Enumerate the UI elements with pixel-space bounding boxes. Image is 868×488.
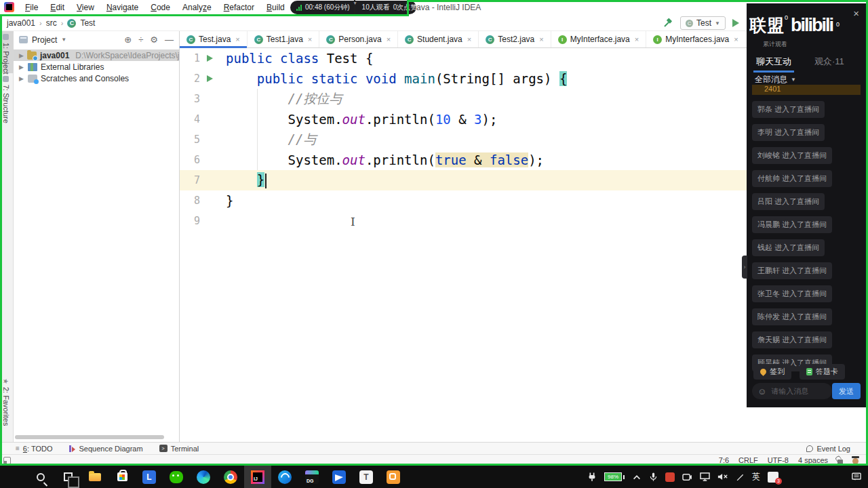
code-text: System.out.println(true & false); bbox=[226, 152, 544, 167]
taskbar-intellij-idea-icon[interactable] bbox=[244, 466, 271, 488]
breadcrumb-item-java001[interactable]: java001 bbox=[7, 18, 35, 28]
taskbar-blue-swirl-app-icon[interactable] bbox=[271, 466, 298, 488]
tray-power-plug-icon[interactable] bbox=[587, 472, 597, 482]
chat-message: 吕阳 进入了直播间 bbox=[752, 193, 825, 210]
taskbar-wechat-icon[interactable] bbox=[163, 466, 190, 488]
chevron-down-icon[interactable]: ▾ bbox=[354, 0, 355, 15]
chevron-right-icon[interactable]: ▶ bbox=[19, 52, 24, 59]
stripe-item-favorites[interactable]: ★2: Favorites bbox=[2, 378, 10, 426]
tray-badge-app-icon[interactable]: 3 bbox=[768, 472, 778, 483]
tab-student.java[interactable]: CStudent.java× bbox=[398, 31, 479, 47]
horizontal-scrollbar[interactable] bbox=[15, 435, 164, 439]
menu-item-analyze[interactable]: Analyze bbox=[176, 0, 218, 15]
taskbar-task-view-icon[interactable] bbox=[54, 466, 81, 488]
tree-item-java001[interactable]: ▶java001D:\WorkSpace\IdeaProjects\java00 bbox=[14, 49, 179, 61]
run-line-icon[interactable] bbox=[207, 75, 213, 82]
menu-item-view[interactable]: View bbox=[71, 0, 100, 15]
tab-myinterface.java[interactable]: IMyInterface.java× bbox=[551, 31, 646, 47]
locate-file-icon[interactable]: ⊕ bbox=[124, 35, 132, 45]
chevron-right-icon[interactable]: ▶ bbox=[19, 75, 24, 82]
tray-display-icon[interactable] bbox=[700, 472, 710, 481]
breadcrumb-item-src[interactable]: src bbox=[46, 18, 57, 28]
tree-item-external-libraries[interactable]: ▶External Libraries bbox=[14, 61, 179, 73]
taskbar-datagrip-icon[interactable] bbox=[298, 466, 326, 488]
code-token: main bbox=[404, 71, 435, 86]
emoji-icon[interactable]: ☺ bbox=[757, 386, 766, 396]
chevron-down-icon[interactable]: ▼ bbox=[61, 37, 66, 43]
tab-person.java[interactable]: CPerson.java× bbox=[319, 31, 398, 47]
tray-camera-icon[interactable] bbox=[682, 473, 692, 481]
stream-status-pill[interactable]: 00:48 (60分钟) ▾ 10人观看 0次点赞 bbox=[290, 1, 416, 14]
toolwindow-switcher-icon[interactable] bbox=[3, 457, 11, 464]
tray-expand-icon[interactable] bbox=[632, 473, 642, 481]
live-panel-tabs: 聊天互动观众·11 bbox=[747, 54, 866, 70]
live-tab-audience[interactable]: 观众·11 bbox=[814, 56, 844, 68]
close-icon[interactable]: × bbox=[635, 35, 639, 43]
taskbar-orange-app-icon[interactable] bbox=[380, 466, 407, 488]
run-button[interactable] bbox=[732, 19, 739, 27]
tray-volume-muted-icon[interactable] bbox=[717, 472, 728, 481]
badge-app-glyph: 3 bbox=[768, 472, 778, 483]
live-tab-chat[interactable]: 聊天互动 bbox=[756, 56, 791, 68]
tray-action-center-icon[interactable] bbox=[852, 472, 861, 481]
close-icon[interactable]: × bbox=[235, 35, 239, 43]
taskbar-blue-bird-app-icon[interactable] bbox=[326, 466, 353, 488]
chevron-right-icon[interactable]: ▶ bbox=[19, 64, 24, 70]
code-token: //按位与 bbox=[288, 91, 342, 106]
taskbar-start-icon[interactable] bbox=[0, 466, 27, 488]
stripe-item-structure[interactable]: 7: Structure bbox=[2, 76, 10, 123]
tray-pen-icon[interactable] bbox=[736, 472, 745, 481]
message-filter[interactable]: 全部消息 ▼ bbox=[755, 74, 796, 85]
tray-battery-icon[interactable]: 98% bbox=[604, 472, 625, 481]
toolwindow-terminal[interactable]: > Terminal bbox=[159, 445, 199, 453]
tray-ime-icon[interactable]: 英 bbox=[752, 471, 760, 483]
tab-test1.java[interactable]: CTest1.java× bbox=[248, 31, 319, 47]
tab-myinterfaces.java[interactable]: IMyInterfaces.java× bbox=[646, 31, 745, 47]
chat-input[interactable] bbox=[770, 386, 824, 396]
tray-red-app-icon[interactable] bbox=[665, 472, 675, 482]
project-panel-title[interactable]: Project bbox=[32, 35, 57, 45]
menu-item-edit[interactable]: Edit bbox=[44, 0, 71, 15]
run-line-icon[interactable] bbox=[207, 55, 213, 62]
settings-gear-icon[interactable]: ⚙ bbox=[150, 35, 158, 45]
panel-collapse-handle[interactable]: › bbox=[742, 256, 747, 279]
menu-item-navigate[interactable]: Navigate bbox=[100, 0, 144, 15]
send-button[interactable]: 发送 bbox=[832, 383, 861, 399]
live-action-checkin[interactable]: 签到 bbox=[753, 364, 791, 380]
toolwindow-sequence-diagram[interactable]: Sequence Diagram bbox=[68, 445, 142, 453]
menu-item-code[interactable]: Code bbox=[144, 0, 176, 15]
code-token: 10 bbox=[435, 112, 451, 127]
taskbar-blue-l-app-icon[interactable]: L bbox=[136, 466, 163, 488]
event-log-button[interactable]: Event Log bbox=[806, 445, 850, 453]
toolwindow-todo[interactable]: ≡ 6: TODO bbox=[16, 445, 52, 453]
line-number: 7 bbox=[180, 174, 200, 186]
close-icon[interactable]: × bbox=[539, 35, 543, 43]
close-icon[interactable]: × bbox=[467, 35, 471, 43]
taskbar-typora-icon[interactable]: T bbox=[353, 466, 380, 488]
stripe-item-project[interactable]: 1: Project bbox=[2, 34, 10, 74]
close-icon[interactable]: × bbox=[387, 35, 391, 43]
run-configuration-select[interactable]: C Test ▼ bbox=[680, 16, 726, 30]
close-icon[interactable]: × bbox=[308, 35, 312, 43]
tab-test2.java[interactable]: CTest2.java× bbox=[479, 31, 551, 47]
run-toolbar: C Test ▼ bbox=[663, 15, 739, 31]
collapse-all-icon[interactable]: ÷ bbox=[138, 35, 143, 45]
tray-microphone-icon[interactable] bbox=[649, 472, 658, 482]
taskbar-chrome-icon[interactable] bbox=[217, 466, 244, 488]
left-toolwindow-stripe: 1: Project7: Structure★2: Favorites bbox=[0, 31, 14, 442]
menu-item-file[interactable]: File bbox=[19, 0, 44, 15]
breadcrumb-item-Test[interactable]: Test bbox=[80, 18, 95, 28]
hide-panel-icon[interactable]: — bbox=[165, 35, 174, 45]
close-icon[interactable]: × bbox=[734, 35, 738, 43]
tab-test.java[interactable]: CTest.java× bbox=[180, 31, 248, 47]
taskbar-microsoft-store-icon[interactable] bbox=[108, 466, 136, 488]
taskbar-file-explorer-icon[interactable] bbox=[81, 466, 108, 488]
taskbar-edge-icon[interactable] bbox=[190, 466, 217, 488]
tree-item-scratches-and-consoles[interactable]: ▶Scratches and Consoles bbox=[14, 73, 179, 84]
taskbar-search-icon[interactable] bbox=[27, 466, 54, 488]
menu-item-refactor[interactable]: Refactor bbox=[218, 0, 260, 15]
menu-item-build[interactable]: Build bbox=[260, 0, 291, 15]
build-hammer-icon[interactable] bbox=[663, 18, 673, 28]
live-action-answer-card[interactable]: 答题卡 bbox=[800, 364, 845, 380]
stream-likes: 0次点赞 bbox=[393, 3, 418, 12]
